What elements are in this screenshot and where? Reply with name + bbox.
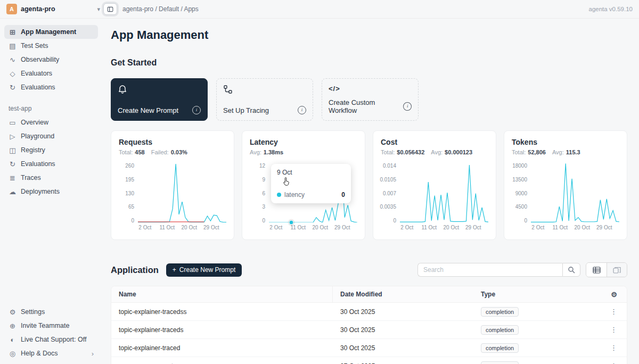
sidebar-footer-item[interactable]: ◐ Live Chat Support: Off bbox=[4, 333, 98, 346]
x-tick-label: 29 Oct bbox=[596, 225, 612, 230]
y-tick-label: 0 bbox=[131, 218, 134, 224]
table-row[interactable]: career-assessment 27 Oct 2025 completion… bbox=[111, 357, 627, 364]
card-label: Create New Prompt bbox=[118, 106, 178, 114]
stat-title: Tokens bbox=[512, 138, 619, 146]
page-title: App Management bbox=[111, 28, 627, 42]
sidebar-item-label: Registry bbox=[21, 146, 45, 154]
bell-icon bbox=[118, 85, 127, 94]
sidebar-item-label: Invite Teammate bbox=[21, 322, 69, 329]
x-tick-label: 11 Oct bbox=[421, 225, 437, 230]
sidebar-footer-item[interactable]: ⚙ Settings bbox=[4, 305, 98, 319]
sidebar-footer-item[interactable]: ⊕ Invite Teammate bbox=[4, 319, 98, 333]
app-date-modified: 27 Oct 2025 bbox=[333, 362, 473, 364]
plus-icon: + bbox=[173, 266, 176, 274]
refresh-icon: ↻ bbox=[9, 84, 17, 91]
get-started-cards: Create New Prompt i Set Up Tracing i bbox=[111, 78, 627, 121]
sidebar-item[interactable]: ☁ Deployments bbox=[4, 185, 98, 198]
mouse-cursor-icon bbox=[283, 177, 291, 186]
stat-value: 115.3 bbox=[566, 149, 580, 155]
gear-icon[interactable]: ⚙ bbox=[611, 291, 617, 299]
tooltip-value: 0 bbox=[341, 191, 345, 198]
sidebar-item-label: Evaluations bbox=[21, 84, 55, 91]
y-tick-label: 9 bbox=[262, 177, 265, 183]
card-view-button[interactable] bbox=[607, 263, 627, 277]
y-axis: 1800013500900045000 bbox=[512, 163, 531, 231]
sidebar-item[interactable]: ⊞ App Management bbox=[4, 25, 98, 39]
play-icon: ▷ bbox=[9, 133, 17, 140]
search-input[interactable] bbox=[417, 263, 562, 277]
y-tick-label: 0.014 bbox=[383, 163, 396, 169]
sidebar-toggle-button[interactable] bbox=[103, 3, 117, 15]
sidebar-item[interactable]: ↻ Evaluations bbox=[4, 157, 98, 171]
stat-title: Requests bbox=[119, 138, 226, 146]
y-tick-label: 9000 bbox=[515, 191, 527, 196]
info-icon[interactable]: i bbox=[403, 102, 412, 111]
sidebar-item[interactable]: ◇ Evaluators bbox=[4, 67, 98, 80]
stat-subs: Total:458Failed:0.03% bbox=[119, 149, 226, 155]
table-row[interactable]: topic-explainer-traceds 30 Oct 2025 comp… bbox=[111, 321, 627, 339]
info-icon[interactable]: i bbox=[298, 106, 306, 114]
x-tick-label: 11 Oct bbox=[552, 225, 568, 230]
stat-label: Failed: bbox=[151, 149, 169, 155]
sidebar-item[interactable]: ▤ Test Sets bbox=[4, 39, 98, 53]
row-menu-icon[interactable]: ⋮ bbox=[610, 326, 617, 334]
tokens-chart-card: Tokens Total:52,806Avg:115.3 18000135009… bbox=[504, 130, 627, 240]
line-chart: 0.0140.01050.0070.00350 2 Oct11 Oct20 Oc… bbox=[381, 163, 488, 231]
table-view-button[interactable] bbox=[586, 263, 607, 277]
card-view-icon bbox=[613, 267, 621, 274]
create-custom-workflow-card[interactable]: </> Create Custom Workflow i bbox=[322, 78, 419, 121]
sidebar-item[interactable]: ∿ Observability bbox=[4, 53, 98, 67]
app-name: topic-explainer-traced bbox=[111, 339, 333, 357]
sidebar-item[interactable]: ◫ Registry bbox=[4, 143, 98, 157]
series-dot-icon bbox=[277, 193, 281, 197]
table-row[interactable]: topic-explainer-tracedss 30 Oct 2025 com… bbox=[111, 303, 627, 321]
apps-table: Name Date Modified Type ⚙ topic-explaine… bbox=[111, 286, 627, 364]
create-new-prompt-button[interactable]: + Create New Prompt bbox=[166, 263, 242, 277]
stat-title: Latency bbox=[250, 138, 357, 146]
stat-label: Total: bbox=[512, 149, 526, 155]
list-icon: ▤ bbox=[9, 43, 17, 49]
breadcrumb[interactable]: agenta-pro / Default / Apps bbox=[122, 5, 199, 13]
stats-row: Requests Total:458Failed:0.03% 260195130… bbox=[111, 130, 627, 240]
y-tick-label: 0.0105 bbox=[380, 177, 396, 183]
stat-value: 458 bbox=[135, 149, 144, 155]
create-new-prompt-card[interactable]: Create New Prompt i bbox=[111, 78, 208, 121]
search-button[interactable] bbox=[562, 263, 580, 277]
application-section: Application + Create New Prompt bbox=[111, 262, 627, 364]
row-menu-icon[interactable]: ⋮ bbox=[610, 362, 617, 364]
x-tick-label: 29 Oct bbox=[334, 225, 350, 230]
y-tick-label: 195 bbox=[125, 177, 134, 183]
y-tick-label: 12 bbox=[259, 163, 265, 169]
sidebar-item-label: Evaluators bbox=[21, 70, 52, 77]
app-date-modified: 30 Oct 2025 bbox=[333, 344, 473, 352]
y-tick-label: 18000 bbox=[512, 163, 527, 169]
diamond-icon: ◇ bbox=[9, 70, 17, 77]
search-icon bbox=[568, 266, 575, 274]
table-row[interactable]: topic-explainer-traced 30 Oct 2025 compl… bbox=[111, 339, 627, 357]
sidebar-footer-item[interactable]: ◎ Help & Docs › bbox=[4, 346, 98, 360]
stat-label: Avg: bbox=[250, 149, 261, 155]
y-axis: 0.0140.01050.0070.00350 bbox=[381, 163, 400, 231]
x-tick-label: 2 Oct bbox=[269, 225, 282, 230]
sidebar-item[interactable]: ▷ Playground bbox=[4, 129, 98, 143]
type-badge: completion bbox=[481, 325, 519, 335]
latency-chart-card: Latency Avg:1.38ms 129630 2 Oct11 Oct20 … bbox=[242, 130, 365, 240]
info-icon[interactable]: i bbox=[192, 106, 201, 114]
y-tick-label: 0 bbox=[524, 218, 527, 224]
chat-icon: ◐ bbox=[9, 336, 17, 343]
sidebar-item[interactable]: ▭ Overview bbox=[4, 115, 98, 129]
main-content: App Management Get Started Create New Pr… bbox=[102, 19, 639, 364]
workspace-selector[interactable]: A agenta-pro ▾ bbox=[6, 4, 100, 14]
row-menu-icon[interactable]: ⋮ bbox=[610, 344, 617, 352]
sidebar-item[interactable]: ≣ Traces bbox=[4, 171, 98, 185]
panel-icon bbox=[107, 5, 113, 13]
type-badge: completion bbox=[481, 361, 519, 364]
sidebar-item-label: Deployments bbox=[21, 188, 60, 195]
line-chart: 1800013500900045000 2 Oct11 Oct20 Oct29 … bbox=[512, 163, 619, 231]
row-menu-icon[interactable]: ⋮ bbox=[610, 308, 617, 316]
sidebar-item[interactable]: ↻ Evaluations bbox=[4, 80, 98, 94]
set-up-tracing-card[interactable]: Set Up Tracing i bbox=[216, 78, 313, 121]
y-tick-label: 0.007 bbox=[383, 191, 396, 196]
stat-label: Avg: bbox=[431, 149, 443, 155]
y-tick-label: 3 bbox=[262, 204, 265, 210]
